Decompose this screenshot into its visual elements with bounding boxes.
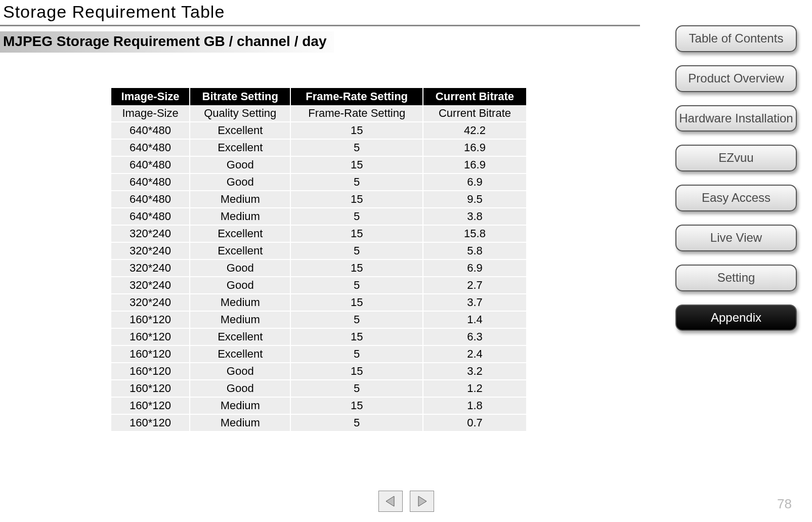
table-cell: 15 xyxy=(290,328,423,345)
table-cell: 3.2 xyxy=(423,363,526,380)
table-cell: 3.7 xyxy=(423,294,526,311)
table-cell: Frame-Rate Setting xyxy=(290,105,423,122)
table-cell: 15 xyxy=(290,363,423,380)
table-cell: 320*240 xyxy=(111,294,190,311)
table-cell: 160*120 xyxy=(111,414,190,431)
table-cell: 320*240 xyxy=(111,277,190,294)
sidebar-item-hardware-installation[interactable]: Hardware Installation xyxy=(675,105,797,132)
table-cell: 2.7 xyxy=(423,277,526,294)
triangle-right-icon xyxy=(415,495,429,508)
sidebar-item-setting[interactable]: Setting xyxy=(675,265,797,291)
table-cell: Medium xyxy=(190,311,290,328)
table-cell: 160*120 xyxy=(111,380,190,397)
table-cell: 5 xyxy=(290,414,423,431)
sidebar-item-easy-access[interactable]: Easy Access xyxy=(675,185,797,211)
table-row: 160*120Good153.2 xyxy=(111,363,526,380)
page-number: 78 xyxy=(777,496,792,512)
sidebar-item-ezvuu[interactable]: EZvuu xyxy=(675,145,797,171)
table-cell: 42.2 xyxy=(423,122,526,139)
table-row: 640*480Excellent1542.2 xyxy=(111,122,526,139)
table-cell: 15 xyxy=(290,259,423,277)
sidebar-item-product-overview[interactable]: Product Overview xyxy=(675,65,797,92)
table-cell: 5 xyxy=(290,208,423,225)
table-cell: 1.8 xyxy=(423,397,526,414)
table-cell: Quality Setting xyxy=(190,105,290,122)
table-cell: 15 xyxy=(290,225,423,242)
table-cell: 5 xyxy=(290,311,423,328)
table-row: 640*480Good56.9 xyxy=(111,173,526,191)
table-cell: 6.3 xyxy=(423,328,526,345)
table-cell: 320*240 xyxy=(111,259,190,277)
table-cell: 640*480 xyxy=(111,122,190,139)
table-row: 320*240Good52.7 xyxy=(111,277,526,294)
table-header: Current Bitrate xyxy=(423,88,526,105)
table-row: Image-SizeQuality SettingFrame-Rate Sett… xyxy=(111,105,526,122)
table-cell: 16.9 xyxy=(423,156,526,173)
table-cell: 160*120 xyxy=(111,363,190,380)
table-cell: 160*120 xyxy=(111,311,190,328)
table-cell: Image-Size xyxy=(111,105,190,122)
table-cell: 15 xyxy=(290,397,423,414)
table-cell: 0.7 xyxy=(423,414,526,431)
table-row: 160*120Medium151.8 xyxy=(111,397,526,414)
table-cell: Medium xyxy=(190,397,290,414)
sidebar-item-table-of-contents[interactable]: Table of Contents xyxy=(675,25,797,52)
table-cell: Good xyxy=(190,380,290,397)
page-title: Storage Requirement Table xyxy=(0,0,640,26)
next-page-button[interactable] xyxy=(410,491,434,512)
table-cell: Medium xyxy=(190,414,290,431)
table-row: 160*120Medium51.4 xyxy=(111,311,526,328)
table-cell: Excellent xyxy=(190,139,290,156)
table-row: 640*480Medium53.8 xyxy=(111,208,526,225)
sidebar-nav: Table of ContentsProduct OverviewHardwar… xyxy=(675,25,797,331)
table-row: 640*480Excellent516.9 xyxy=(111,139,526,156)
storage-table-wrap: Image-Size Bitrate Setting Frame-Rate Se… xyxy=(111,88,526,432)
table-cell: 640*480 xyxy=(111,139,190,156)
table-cell: 320*240 xyxy=(111,242,190,259)
table-cell: 15 xyxy=(290,122,423,139)
table-cell: Excellent xyxy=(190,345,290,363)
table-cell: 640*480 xyxy=(111,191,190,208)
table-cell: 5 xyxy=(290,242,423,259)
table-row: 160*120Excellent52.4 xyxy=(111,345,526,363)
table-row: 320*240Excellent1515.8 xyxy=(111,225,526,242)
table-cell: 5 xyxy=(290,380,423,397)
table-header-row: Image-Size Bitrate Setting Frame-Rate Se… xyxy=(111,88,526,105)
table-cell: 2.4 xyxy=(423,345,526,363)
table-cell: Medium xyxy=(190,191,290,208)
table-header: Frame-Rate Setting xyxy=(290,88,423,105)
table-cell: 9.5 xyxy=(423,191,526,208)
prev-page-button[interactable] xyxy=(378,491,403,512)
table-header: Bitrate Setting xyxy=(190,88,290,105)
storage-table: Image-Size Bitrate Setting Frame-Rate Se… xyxy=(111,88,526,432)
table-cell: Medium xyxy=(190,294,290,311)
table-row: 160*120Excellent156.3 xyxy=(111,328,526,345)
table-row: 160*120Medium50.7 xyxy=(111,414,526,431)
table-cell: Good xyxy=(190,259,290,277)
svg-marker-0 xyxy=(386,496,394,506)
table-row: 640*480Medium159.5 xyxy=(111,191,526,208)
table-cell: 640*480 xyxy=(111,208,190,225)
table-cell: 640*480 xyxy=(111,173,190,191)
table-cell: 15.8 xyxy=(423,225,526,242)
svg-marker-1 xyxy=(418,496,426,506)
sidebar-item-live-view[interactable]: Live View xyxy=(675,225,797,251)
table-cell: 15 xyxy=(290,191,423,208)
table-cell: Good xyxy=(190,156,290,173)
table-cell: 6.9 xyxy=(423,259,526,277)
table-cell: Excellent xyxy=(190,122,290,139)
table-cell: 5 xyxy=(290,173,423,191)
table-cell: 5 xyxy=(290,345,423,363)
table-cell: 1.2 xyxy=(423,380,526,397)
table-cell: 160*120 xyxy=(111,397,190,414)
table-cell: Good xyxy=(190,363,290,380)
table-cell: 16.9 xyxy=(423,139,526,156)
table-cell: 15 xyxy=(290,294,423,311)
pager xyxy=(378,491,434,512)
table-cell: Medium xyxy=(190,208,290,225)
triangle-left-icon xyxy=(384,495,397,508)
sidebar-item-appendix[interactable]: Appendix xyxy=(675,304,797,331)
table-cell: 160*120 xyxy=(111,345,190,363)
table-cell: 5 xyxy=(290,277,423,294)
table-cell: 320*240 xyxy=(111,225,190,242)
